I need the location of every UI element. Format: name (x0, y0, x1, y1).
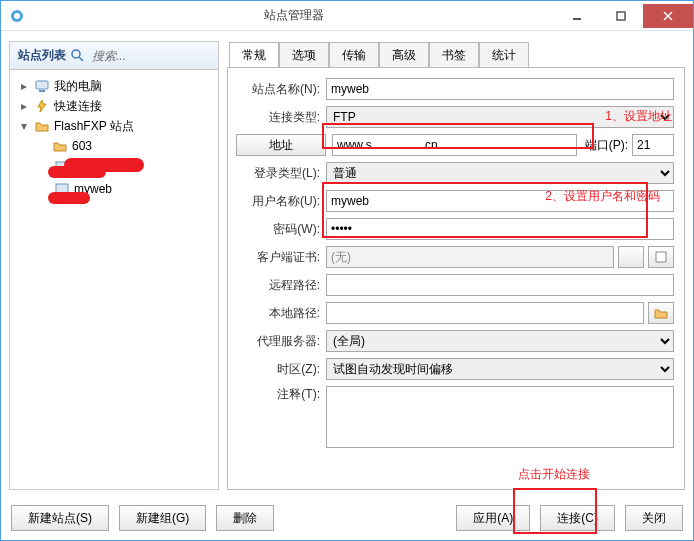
label-port: 端口(P): (577, 137, 632, 154)
tree-node-myweb[interactable]: myweb (14, 178, 214, 200)
tree-node-my-computer[interactable]: ▸ 我的电脑 (14, 76, 214, 96)
right-pane: 常规 选项 传输 高级 书签 统计 站点名称(N): 连接类型: FTP 地址 (227, 41, 685, 490)
svg-marker-10 (38, 100, 46, 112)
remote-path-input[interactable] (326, 274, 674, 296)
sidebar-header: 站点列表 (10, 42, 218, 70)
label-site-name: 站点名称(N): (236, 81, 326, 98)
svg-rect-9 (39, 90, 45, 92)
footer: 新建站点(S) 新建组(G) 删除 应用(A) 连接(C) 关闭 (1, 496, 693, 540)
tab-advanced[interactable]: 高级 (379, 42, 429, 68)
folder-icon (34, 118, 50, 134)
conn-type-select[interactable]: FTP (326, 106, 674, 128)
login-type-select[interactable]: 普通 (326, 162, 674, 184)
clear-cert-button[interactable] (618, 246, 644, 268)
browse-local-button[interactable] (648, 302, 674, 324)
svg-line-7 (79, 57, 83, 61)
expand-icon[interactable]: ▸ (18, 99, 30, 113)
tree-label: FlashFXP 站点 (54, 118, 134, 135)
svg-point-6 (72, 50, 80, 58)
maximize-button[interactable] (599, 4, 643, 28)
tab-options[interactable]: 选项 (279, 42, 329, 68)
site-name-input[interactable] (326, 78, 674, 100)
delete-button[interactable]: 删除 (216, 505, 274, 531)
minimize-button[interactable] (555, 4, 599, 28)
tree-node-redacted[interactable] (14, 156, 214, 178)
expand-icon[interactable]: ▸ (18, 79, 30, 93)
collapse-icon[interactable]: ▾ (18, 119, 30, 133)
search-icon[interactable] (70, 48, 86, 64)
sidebar: 站点列表 ▸ 我的电脑 ▸ 快速连接 ▾ (9, 41, 219, 490)
svg-rect-8 (36, 81, 48, 89)
label-timezone: 时区(Z): (236, 361, 326, 378)
lightning-icon (34, 98, 50, 114)
port-input[interactable] (632, 134, 674, 156)
client-cert-input[interactable] (326, 246, 614, 268)
window-controls (555, 4, 693, 28)
folder-open-icon (654, 307, 668, 319)
tree-label: 603 (72, 139, 92, 153)
label-notes: 注释(T): (236, 386, 326, 403)
tab-general[interactable]: 常规 (229, 42, 279, 68)
site-tree[interactable]: ▸ 我的电脑 ▸ 快速连接 ▾ FlashFXP 站点 603 (10, 70, 218, 489)
label-proxy: 代理服务器: (236, 333, 326, 350)
timezone-select[interactable]: 试图自动发现时间偏移 (326, 358, 674, 380)
tab-stats[interactable]: 统计 (479, 42, 529, 68)
body: 站点列表 ▸ 我的电脑 ▸ 快速连接 ▾ (1, 31, 693, 496)
label-username: 用户名称(U): (236, 193, 326, 210)
site-manager-window: 站点管理器 站点列表 ▸ (0, 0, 694, 541)
window-title: 站点管理器 (33, 7, 555, 24)
tab-transfer[interactable]: 传输 (329, 42, 379, 68)
tree-node-603[interactable]: 603 (14, 136, 214, 156)
folder-icon (52, 138, 68, 154)
local-path-input[interactable] (326, 302, 644, 324)
tree-label: 快速连接 (54, 98, 102, 115)
tree-node-quick-connect[interactable]: ▸ 快速连接 (14, 96, 214, 116)
titlebar: 站点管理器 (1, 1, 693, 31)
address-input[interactable] (332, 134, 577, 156)
svg-rect-3 (617, 12, 625, 20)
new-site-button[interactable]: 新建站点(S) (11, 505, 109, 531)
proxy-select[interactable]: (全局) (326, 330, 674, 352)
password-input[interactable] (326, 218, 674, 240)
sidebar-title: 站点列表 (14, 47, 70, 64)
close-dialog-button[interactable]: 关闭 (625, 505, 683, 531)
annotation-3: 点击开始连接 (518, 466, 590, 483)
computer-icon (34, 78, 50, 94)
svg-rect-13 (656, 252, 666, 262)
username-input[interactable] (326, 190, 674, 212)
label-conn-type: 连接类型: (236, 109, 326, 126)
label-remote-path: 远程路径: (236, 277, 326, 294)
tab-bookmarks[interactable]: 书签 (429, 42, 479, 68)
label-login-type: 登录类型(L): (236, 165, 326, 182)
new-group-button[interactable]: 新建组(G) (119, 505, 206, 531)
browse-cert-button[interactable] (648, 246, 674, 268)
notes-textarea[interactable] (326, 386, 674, 448)
label-local-path: 本地路径: (236, 305, 326, 322)
label-password: 密码(W): (236, 221, 326, 238)
tree-label: 我的电脑 (54, 78, 102, 95)
close-button[interactable] (643, 4, 693, 28)
address-button[interactable]: 地址 (236, 134, 326, 156)
apply-button[interactable]: 应用(A) (456, 505, 530, 531)
label-client-cert: 客户端证书: (236, 249, 326, 266)
tab-bar: 常规 选项 传输 高级 书签 统计 (227, 41, 685, 67)
document-icon (654, 251, 668, 263)
app-icon (9, 8, 25, 24)
tree-node-flashfxp[interactable]: ▾ FlashFXP 站点 (14, 116, 214, 136)
search-input[interactable] (90, 48, 245, 64)
svg-rect-2 (573, 18, 581, 20)
connect-button[interactable]: 连接(C) (540, 505, 615, 531)
form-general: 站点名称(N): 连接类型: FTP 地址 端口(P): 登录类型(L): 普通 (227, 67, 685, 490)
svg-point-1 (14, 13, 20, 19)
